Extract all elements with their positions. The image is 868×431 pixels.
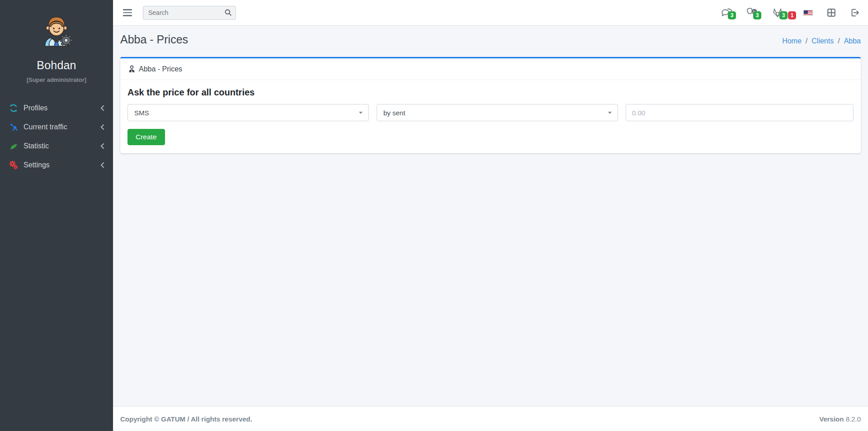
footer: Copyright © GATUM / All rights reserved.… xyxy=(113,406,868,431)
sidebar-item-statistic[interactable]: Statistic xyxy=(0,137,113,156)
gitlab-badge-red: 1 xyxy=(788,11,796,19)
unit-select-value: by sent xyxy=(383,109,405,117)
leaf-icon xyxy=(9,142,24,151)
top-navbar: 3 3 xyxy=(113,0,868,26)
user-icon xyxy=(127,65,136,73)
chevron-left-icon xyxy=(100,162,105,168)
sidebar-item-label: Settings xyxy=(24,161,100,169)
breadcrumb-home[interactable]: Home xyxy=(782,37,802,45)
grid-button[interactable] xyxy=(826,8,836,18)
main-area: 3 3 xyxy=(113,0,868,431)
breadcrumb: Home / Clients / Abba xyxy=(782,37,861,46)
section-title: Ask the price for all countries xyxy=(127,87,854,98)
chevron-down-icon xyxy=(359,112,363,114)
navbar-right: 3 3 xyxy=(721,7,860,18)
avatar-image xyxy=(38,12,75,49)
version-text: Version 8.2.0 xyxy=(819,415,861,423)
breadcrumb-separator: / xyxy=(838,37,840,45)
chevron-down-icon xyxy=(608,112,612,114)
sidebar-item-label: Profiles xyxy=(24,104,100,112)
page-title: Abba - Prices xyxy=(120,33,188,46)
type-select-value: SMS xyxy=(134,109,149,117)
avatar xyxy=(0,12,113,49)
version-label: Version xyxy=(819,415,844,423)
card-body: Ask the price for all countries SMS by s… xyxy=(120,80,861,153)
content-area: Abba - Prices Home / Clients / Abba A xyxy=(113,26,868,406)
version-value: 8.2.0 xyxy=(846,415,861,423)
app-window: Bohdan [Super administrator] Profiles xyxy=(0,0,868,431)
sync-icon xyxy=(9,104,24,113)
price-form-row: SMS by sent xyxy=(127,104,854,121)
sidebar-item-label: Statistic xyxy=(24,142,100,150)
chat-badge: 3 xyxy=(728,11,736,19)
navbar-search xyxy=(143,6,236,20)
chevron-left-icon xyxy=(100,124,105,130)
price-field-wrap xyxy=(626,104,854,121)
search-icon[interactable] xyxy=(224,8,232,18)
create-button[interactable]: Create xyxy=(127,129,165,145)
sidebar: Bohdan [Super administrator] Profiles xyxy=(0,0,113,431)
unit-select[interactable]: by sent xyxy=(377,104,618,121)
sidebar-item-settings[interactable]: Settings xyxy=(0,156,113,175)
gitlab-badge-green: 3 xyxy=(779,11,788,19)
sidebar-item-label: Current traffic xyxy=(24,123,100,131)
breadcrumb-current: Abba xyxy=(844,37,861,45)
price-input[interactable] xyxy=(626,104,854,121)
prices-card: Abba - Prices Ask the price for all coun… xyxy=(120,57,861,153)
user-role: [Super administrator] xyxy=(0,76,113,83)
sidebar-nav: Profiles xyxy=(0,99,113,175)
gitlab-button[interactable]: 3 1 xyxy=(772,7,783,18)
sidebar-item-current-traffic[interactable]: Current traffic xyxy=(0,118,113,137)
grid-icon xyxy=(826,8,836,18)
logout-button[interactable] xyxy=(850,8,860,18)
copyright-text: Copyright © GATUM / All rights reserved. xyxy=(120,415,252,423)
sidebar-item-profiles[interactable]: Profiles xyxy=(0,99,113,118)
masks-badge: 3 xyxy=(753,11,761,19)
logout-icon xyxy=(850,8,860,18)
chevron-left-icon xyxy=(100,143,105,149)
masks-button[interactable]: 3 xyxy=(746,7,758,18)
language-button[interactable] xyxy=(803,10,813,16)
search-input[interactable] xyxy=(143,6,236,20)
user-name: Bohdan xyxy=(0,59,113,72)
chat-messages-button[interactable]: 3 xyxy=(721,7,733,18)
hamburger-icon[interactable] xyxy=(123,8,135,17)
content-header: Abba - Prices Home / Clients / Abba xyxy=(120,26,861,46)
user-panel: Bohdan [Super administrator] xyxy=(0,0,113,83)
gears-icon xyxy=(9,161,24,170)
type-select[interactable]: SMS xyxy=(127,104,369,121)
breadcrumb-separator: / xyxy=(806,37,807,45)
card-header-title: Abba - Prices xyxy=(139,65,182,73)
breadcrumb-clients[interactable]: Clients xyxy=(811,37,834,45)
network-icon xyxy=(9,123,24,132)
card-header: Abba - Prices xyxy=(120,58,861,80)
us-flag-icon xyxy=(803,10,813,16)
chevron-left-icon xyxy=(100,105,105,111)
